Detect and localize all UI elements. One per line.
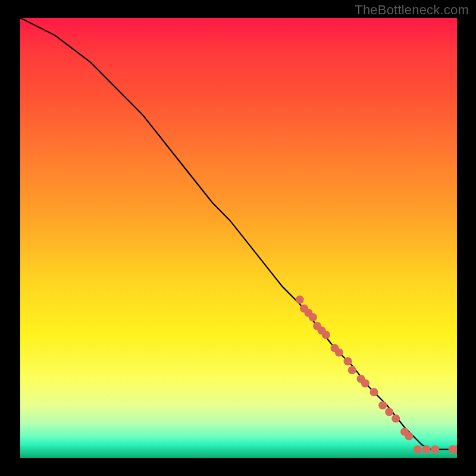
chart-overlay (20, 18, 457, 458)
data-point (414, 445, 422, 453)
data-point (344, 357, 352, 365)
data-point (322, 331, 330, 339)
bottleneck-curve (20, 18, 457, 449)
data-point (348, 366, 356, 374)
data-point (405, 432, 413, 440)
data-point (309, 313, 317, 321)
data-point (378, 401, 387, 409)
data-point (385, 408, 393, 416)
data-point (296, 296, 304, 304)
data-point (370, 388, 378, 396)
data-point (431, 445, 439, 453)
data-point (422, 445, 431, 453)
data-point (335, 348, 343, 356)
highlighted-points (296, 296, 457, 454)
attribution-label: TheBottleneck.com (355, 2, 469, 18)
data-point (361, 379, 369, 387)
data-point (392, 414, 400, 422)
